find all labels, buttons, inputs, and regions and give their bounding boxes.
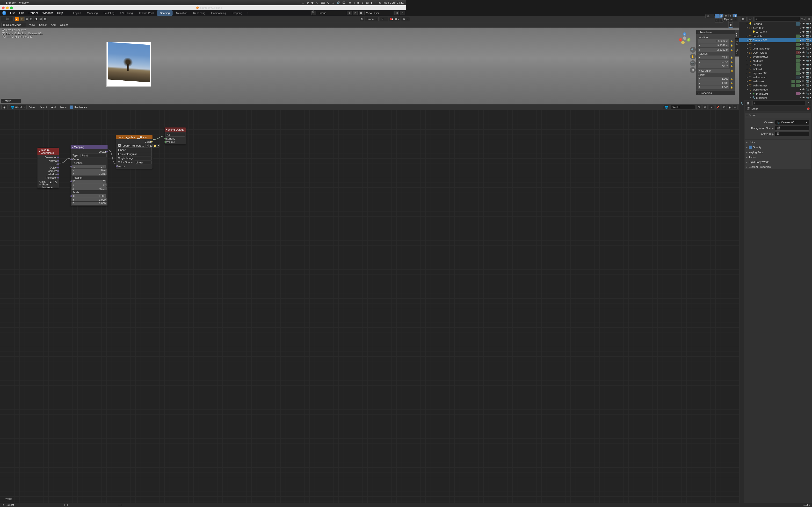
image-users-button[interactable]: ○ bbox=[145, 144, 149, 148]
socket-camera[interactable] bbox=[57, 170, 59, 172]
menu-help[interactable]: Help bbox=[55, 10, 65, 16]
interactive-mode-button[interactable]: ▶ bbox=[14, 17, 19, 21]
use-nodes-toggle[interactable]: ✓Use Nodes bbox=[69, 106, 87, 109]
tab-modeling[interactable]: Modeling bbox=[84, 10, 101, 16]
socket-location[interactable] bbox=[70, 166, 72, 168]
socket-rotation[interactable] bbox=[70, 180, 72, 182]
tray-search-icon[interactable]: ⌕ bbox=[362, 1, 364, 4]
socket-window[interactable] bbox=[57, 173, 59, 175]
mac-clock[interactable]: Wed 9 Jun 23:31 bbox=[384, 1, 404, 4]
tray-siri-icon[interactable]: ◉ bbox=[379, 1, 381, 4]
tray-flag-icon[interactable]: ▮ bbox=[371, 1, 372, 4]
image-open-button[interactable]: 📁 bbox=[152, 144, 156, 148]
viewlayer-browse-button[interactable]: ▦ bbox=[359, 11, 363, 15]
tray-icon[interactable]: ≡ bbox=[375, 1, 376, 4]
interpolation-dropdown[interactable]: Linear bbox=[117, 148, 152, 152]
from-instancer-checkbox[interactable] bbox=[39, 184, 41, 187]
tab-compositing[interactable]: Compositing bbox=[208, 10, 229, 16]
select-tool[interactable]: ▤ bbox=[38, 17, 43, 21]
map-rot-y[interactable]: Y0° bbox=[71, 183, 107, 187]
tray-icon[interactable]: ⬢ bbox=[311, 1, 314, 4]
menu-file[interactable]: File bbox=[8, 10, 17, 16]
socket-object[interactable] bbox=[57, 167, 59, 169]
socket-vector-in[interactable] bbox=[116, 165, 118, 167]
viewport-menu-add[interactable]: Add bbox=[50, 23, 57, 27]
tray-icon[interactable]: ⌨ bbox=[321, 1, 325, 4]
tab-rendering[interactable]: Rendering bbox=[190, 10, 208, 16]
select-tool[interactable]: ⬚ bbox=[20, 17, 24, 21]
image-name-input[interactable]: oberer_kuhberg... bbox=[121, 144, 145, 148]
socket-generated[interactable] bbox=[57, 157, 59, 158]
socket-normal[interactable] bbox=[57, 160, 59, 162]
orientation-icon[interactable]: ⊕ bbox=[360, 17, 364, 21]
scene-browse-button[interactable]: 🎬⌄ bbox=[311, 11, 316, 15]
last-operator-panel[interactable]: Move bbox=[1, 99, 21, 103]
ne-menu-view[interactable]: View bbox=[28, 105, 37, 109]
target-dropdown[interactable]: All bbox=[165, 133, 185, 137]
app-name[interactable]: Blender bbox=[6, 1, 16, 4]
socket-reflection[interactable] bbox=[57, 177, 59, 179]
mac-menu-window[interactable]: Window bbox=[19, 1, 29, 4]
shader-type-dropdown[interactable]: 🌐 World bbox=[9, 105, 27, 109]
snap-dropdown[interactable]: ▦⌄ bbox=[394, 17, 400, 21]
node-texture-coordinate[interactable]: Texture Coordinate Generated Normal UV O… bbox=[37, 148, 59, 188]
tab-scripting[interactable]: Scripting bbox=[229, 10, 245, 16]
tray-wifi-icon[interactable]: ⌇ bbox=[354, 1, 355, 4]
tab-uv-editing[interactable]: UV Editing bbox=[117, 10, 136, 16]
tray-bluetooth-icon[interactable]: ⌦ bbox=[343, 1, 346, 4]
socket-vector-in[interactable] bbox=[70, 158, 72, 160]
proportional-dropdown[interactable]: ◉ bbox=[401, 17, 406, 21]
viewlayer-name-input[interactable] bbox=[364, 11, 394, 15]
editor-type-dropdown[interactable]: ◉ bbox=[1, 105, 8, 109]
snap-toggle[interactable]: 🧲 bbox=[389, 17, 394, 21]
tray-clock-icon[interactable]: ◷ bbox=[332, 1, 334, 4]
add-workspace-button[interactable]: + bbox=[245, 11, 250, 15]
tray-icon[interactable]: ▦ bbox=[366, 1, 368, 4]
viewlayer-delete-button[interactable]: ✕ bbox=[400, 11, 405, 15]
menu-render[interactable]: Render bbox=[27, 10, 40, 16]
select-tool[interactable]: ◫ bbox=[29, 17, 33, 21]
image-new-button[interactable]: ⊞ bbox=[149, 144, 152, 148]
node-environment-texture[interactable]: oberer_kuhberg_4k.exr Color 🖼 oberer_kuh… bbox=[116, 135, 153, 169]
map-scale-x[interactable]: X1.000 bbox=[72, 194, 106, 198]
blender-logo-icon[interactable] bbox=[2, 11, 6, 15]
map-loc-y[interactable]: Y0 m bbox=[71, 169, 107, 172]
viewlayer-new-button[interactable]: ⊞ bbox=[394, 11, 399, 15]
image-unlink-button[interactable]: ✕ bbox=[156, 144, 159, 148]
socket-uv[interactable] bbox=[57, 163, 59, 165]
3d-viewport[interactable]: 🎥 ▶ ⬚ ▦ ◫ ◨ ▤ ▥ ⊕ Global ⊙ 🧲▦⌄ ◉ Options… bbox=[0, 16, 406, 104]
ne-menu-select[interactable]: Select bbox=[38, 105, 48, 109]
tray-icon[interactable]: ◎ bbox=[302, 1, 304, 4]
scene-name-input[interactable] bbox=[317, 11, 346, 15]
tab-layout[interactable]: Layout bbox=[70, 10, 84, 16]
socket-color-out[interactable] bbox=[151, 141, 153, 143]
shader-node-editor[interactable]: ◉ 🌐 World View Select Add Node ✓Use Node… bbox=[0, 104, 406, 253]
projection-dropdown[interactable]: Equirectangular bbox=[117, 152, 152, 156]
tab-texture-paint[interactable]: Texture Paint bbox=[136, 10, 157, 16]
orientation-dropdown[interactable]: Global bbox=[365, 17, 379, 21]
tray-moon-icon[interactable]: ☾ bbox=[316, 1, 318, 4]
tray-volume-icon[interactable]: 🔊 bbox=[337, 1, 340, 4]
close-button[interactable] bbox=[2, 6, 5, 9]
map-rot-z[interactable]: Z62.1° bbox=[71, 187, 107, 190]
tab-animation[interactable]: Animation bbox=[172, 10, 190, 16]
colorspace-dropdown[interactable]: Linear bbox=[135, 161, 152, 164]
source-dropdown[interactable]: Single Image bbox=[117, 156, 152, 160]
tray-battery-icon[interactable]: ▭ bbox=[349, 1, 351, 4]
viewport-menu-view[interactable]: View bbox=[28, 23, 36, 27]
select-tool[interactable]: ▦ bbox=[24, 17, 29, 21]
scene-delete-button[interactable]: ✕ bbox=[353, 11, 358, 15]
viewport-menu-select[interactable]: Select bbox=[38, 23, 48, 27]
menu-window[interactable]: Window bbox=[40, 10, 55, 16]
tab-sculpting[interactable]: Sculpting bbox=[101, 10, 117, 16]
ne-menu-node[interactable]: Node bbox=[59, 105, 68, 109]
viewport-menu-object[interactable]: Object bbox=[58, 23, 69, 27]
socket-scale[interactable] bbox=[70, 195, 72, 197]
tray-icon[interactable]: ◉ bbox=[357, 1, 360, 4]
menu-edit[interactable]: Edit bbox=[17, 10, 26, 16]
mapping-type-dropdown[interactable]: Point bbox=[81, 154, 107, 157]
maximize-button[interactable] bbox=[10, 6, 13, 9]
scene-new-button[interactable]: ⊞ bbox=[347, 11, 352, 15]
node-world-output[interactable]: World Output All Surface Volume bbox=[164, 127, 186, 145]
socket-surface[interactable] bbox=[164, 137, 166, 139]
